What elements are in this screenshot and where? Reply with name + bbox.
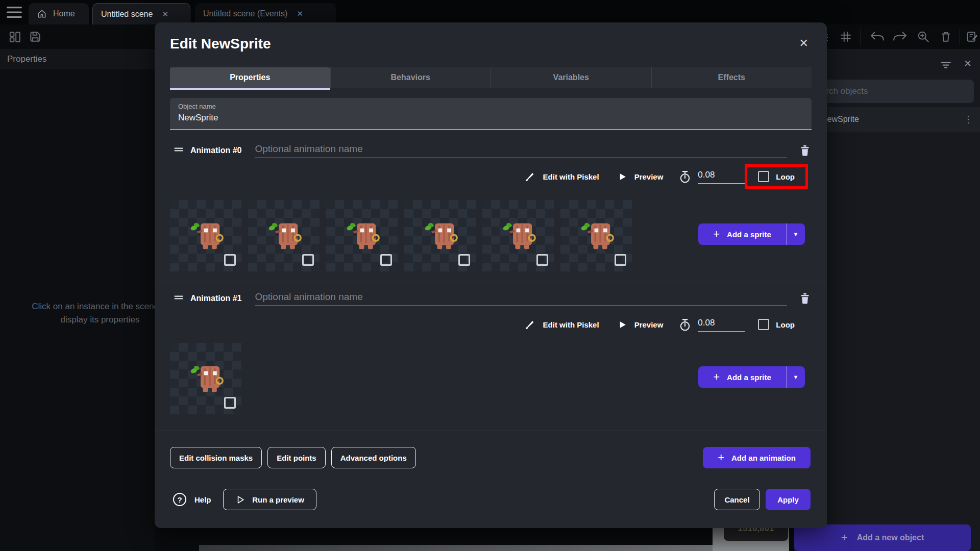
loop-label: Loop <box>776 172 795 181</box>
tab-behaviors[interactable]: Behaviors <box>330 67 491 88</box>
add-sprite-main[interactable]: + Add a sprite <box>698 229 786 240</box>
tab-label: Home <box>53 9 75 18</box>
edit-points-button[interactable]: Edit points <box>267 447 326 468</box>
panel-layout-icon[interactable] <box>8 30 21 43</box>
play-icon <box>618 172 627 182</box>
tab-variables[interactable]: Variables <box>491 67 651 88</box>
animation-0-frames <box>170 200 632 271</box>
sprite-frame-thumbnail[interactable] <box>170 200 241 271</box>
redo-icon[interactable] <box>891 30 909 43</box>
window-tab-bar: Home Untitled scene ✕ Untitled scene (Ev… <box>0 0 980 24</box>
edit-collision-masks-button[interactable]: Edit collision masks <box>170 447 262 468</box>
sprite-pixelart <box>501 220 536 252</box>
apply-button[interactable]: Apply <box>766 489 811 510</box>
sprite-frame-thumbnail[interactable] <box>248 200 320 271</box>
sprite-pixelart <box>345 220 380 252</box>
kebab-menu-icon[interactable]: ⋮ <box>964 114 973 125</box>
add-sprite-button[interactable]: + Add a sprite ▼ <box>698 366 805 388</box>
tab-untitled-scene-events[interactable]: Untitled scene (Events) ✕ <box>195 3 336 24</box>
close-tab-icon[interactable]: ✕ <box>162 10 168 19</box>
animation-name-input[interactable] <box>255 143 787 158</box>
add-sprite-dropdown[interactable]: ▼ <box>787 231 805 237</box>
frame-select-checkbox[interactable] <box>302 254 314 266</box>
time-between-frames-input[interactable] <box>698 318 745 332</box>
sprite-frame-thumbnail[interactable] <box>482 200 554 271</box>
frame-select-checkbox[interactable] <box>536 254 548 266</box>
play-outline-icon <box>235 495 245 505</box>
paintbrush-icon <box>524 318 536 331</box>
animation-title: Animation #1 <box>190 294 241 303</box>
sprite-pixelart <box>266 220 302 252</box>
edit-sprite-dialog: Edit NewSprite ✕ Properties Behaviors Va… <box>155 22 827 528</box>
add-animation-button[interactable]: + Add an animation <box>703 447 811 468</box>
advanced-options-button[interactable]: Advanced options <box>331 447 416 468</box>
frame-select-checkbox[interactable] <box>458 254 470 266</box>
close-panel-icon[interactable]: ✕ <box>964 58 972 69</box>
properties-panel-header: Properties <box>0 49 155 69</box>
sprite-frame-thumbnail[interactable] <box>560 200 632 271</box>
tab-untitled-scene[interactable]: Untitled scene ✕ <box>92 3 190 24</box>
caret-down-icon: ▼ <box>793 374 799 380</box>
loop-label: Loop <box>776 320 795 329</box>
frame-select-checkbox[interactable] <box>615 254 626 266</box>
grid-icon[interactable] <box>839 30 852 43</box>
animation-1-header: Animation #1 <box>170 288 812 306</box>
animation-1-controls: Edit with Piskel Preview Loop <box>524 314 795 335</box>
loop-checkbox[interactable] <box>758 319 769 330</box>
caret-down-icon: ▼ <box>793 231 799 237</box>
tab-properties[interactable]: Properties <box>170 67 330 88</box>
help-button[interactable]: ? Help <box>173 489 211 510</box>
object-name-input[interactable] <box>178 113 803 123</box>
preview-button[interactable]: Preview <box>618 172 664 182</box>
filter-list-icon[interactable] <box>939 58 952 71</box>
tab-effects[interactable]: Effects <box>651 67 812 88</box>
toolbar-divider <box>960 29 960 45</box>
sprite-frame-thumbnail[interactable] <box>404 200 476 271</box>
plus-icon: + <box>841 532 848 543</box>
close-dialog-icon[interactable]: ✕ <box>799 37 808 50</box>
hamburger-menu-icon[interactable] <box>6 6 22 18</box>
loop-checkbox[interactable] <box>758 171 769 182</box>
cancel-button[interactable]: Cancel <box>714 489 760 510</box>
stopwatch-icon <box>678 318 692 332</box>
tab-label: Untitled scene <box>101 10 153 19</box>
sprite-frame-thumbnail[interactable] <box>326 200 398 271</box>
sprite-tools-row: Edit collision masks Edit points Advance… <box>170 447 416 468</box>
run-a-preview-button[interactable]: Run a preview <box>223 489 316 510</box>
drag-handle-icon[interactable] <box>173 144 184 155</box>
play-icon <box>618 320 627 330</box>
tab-label: Untitled scene (Events) <box>203 9 287 18</box>
sprite-pixelart <box>188 363 224 395</box>
preview-button[interactable]: Preview <box>618 320 664 330</box>
frame-select-checkbox[interactable] <box>380 254 392 266</box>
zoom-in-icon[interactable] <box>917 30 930 43</box>
animation-0-header: Animation #0 <box>170 140 812 158</box>
add-sprite-dropdown[interactable]: ▼ <box>787 374 805 380</box>
dialog-title: Edit NewSprite <box>170 36 271 52</box>
frame-select-checkbox[interactable] <box>224 254 236 266</box>
section-divider <box>155 431 827 431</box>
tab-home[interactable]: Home <box>29 3 89 24</box>
frame-select-checkbox[interactable] <box>224 397 236 409</box>
undo-icon[interactable] <box>869 30 886 43</box>
loop-option: Loop <box>758 319 795 330</box>
add-sprite-button[interactable]: + Add a sprite ▼ <box>698 223 805 245</box>
add-sprite-main[interactable]: + Add a sprite <box>698 371 786 383</box>
sprite-frame-thumbnail[interactable] <box>170 343 241 414</box>
edit-with-piskel-button[interactable]: Edit with Piskel <box>524 318 599 331</box>
close-tab-icon[interactable]: ✕ <box>297 9 303 18</box>
edit-notebook-icon[interactable] <box>966 30 979 43</box>
animation-name-input[interactable] <box>255 291 787 306</box>
home-icon <box>37 9 47 19</box>
object-name-field[interactable]: Object name <box>170 98 812 130</box>
search-objects-input[interactable] <box>802 80 974 103</box>
trash-icon[interactable] <box>939 30 952 43</box>
add-new-object-button[interactable]: + Add a new object <box>794 524 971 551</box>
delete-animation-icon[interactable] <box>798 292 812 305</box>
time-between-frames-input[interactable] <box>698 170 745 184</box>
paintbrush-icon <box>524 170 536 183</box>
edit-with-piskel-button[interactable]: Edit with Piskel <box>524 170 599 183</box>
drag-handle-icon[interactable] <box>173 292 184 303</box>
delete-animation-icon[interactable] <box>798 144 812 157</box>
save-icon[interactable] <box>29 30 42 43</box>
